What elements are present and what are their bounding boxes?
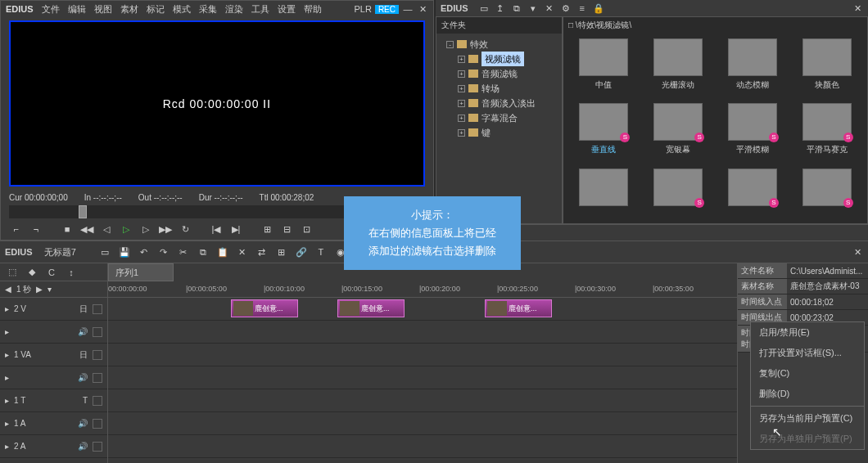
track-type-icon[interactable]: 🔊 (78, 419, 88, 428)
menu-capture[interactable]: 采集 (199, 3, 217, 16)
sequence-tab[interactable]: 序列1 (108, 263, 174, 281)
tree-item[interactable]: +音频淡入淡出 (440, 96, 558, 110)
track-expand-icon[interactable]: ▸ (5, 396, 9, 405)
scale-left-icon[interactable]: ◀ (5, 285, 11, 294)
tree-item[interactable]: +视频滤镜 (440, 52, 558, 66)
c-icon[interactable]: C (44, 265, 59, 280)
title-icon[interactable]: T (314, 245, 328, 259)
lock-icon[interactable]: 🔒 (593, 2, 604, 14)
menu-help[interactable]: 帮助 (304, 3, 322, 16)
expander-icon[interactable]: + (458, 115, 465, 122)
expand-icon[interactable]: ↕ (64, 265, 79, 280)
track-type-icon[interactable]: 🔊 (78, 442, 88, 451)
play-button[interactable]: ▷ (119, 222, 133, 236)
overwrite-button[interactable]: ⊟ (279, 222, 294, 236)
track-header[interactable]: ▸1 A🔊 (0, 412, 107, 435)
group-icon[interactable]: ⊞ (274, 245, 289, 259)
scale-menu-icon[interactable]: ▾ (47, 285, 52, 294)
track-expand-icon[interactable]: ▸ (5, 350, 9, 359)
track-row[interactable] (108, 458, 737, 463)
effect-item[interactable]: S平滑模糊 (717, 103, 789, 164)
goto-out-icon[interactable]: ▶| (228, 222, 243, 236)
tree-item[interactable]: +转场 (440, 81, 558, 96)
ripple-icon[interactable]: ⇄ (255, 245, 269, 259)
project-tab[interactable]: 无标题7 (44, 246, 76, 258)
expander-icon[interactable]: + (458, 70, 465, 78)
effect-item[interactable]: 中值 (568, 38, 640, 100)
mark-in-icon[interactable]: ⌐ (9, 222, 24, 236)
menu-mark[interactable]: 标记 (147, 3, 165, 16)
timeline-clip[interactable]: 鹿创意... (337, 299, 405, 317)
paste-icon[interactable]: 📋 (215, 245, 230, 259)
track-type-icon[interactable]: T (83, 396, 88, 405)
menu-file[interactable]: 文件 (42, 3, 60, 16)
effect-item[interactable]: S (717, 169, 789, 218)
track-expand-icon[interactable]: ▸ (5, 327, 9, 336)
track-row[interactable] (108, 389, 737, 412)
track-header[interactable]: ▸🔊 (0, 366, 107, 389)
context-menu-item[interactable]: 启用/禁用(E) (751, 322, 864, 343)
menu-clip[interactable]: 素材 (120, 3, 138, 16)
track-header[interactable]: ▸1 VA日 (0, 344, 107, 366)
mark-out-icon[interactable]: ¬ (29, 222, 43, 236)
snap-icon[interactable]: ⬚ (5, 265, 20, 280)
timeline-ruler[interactable]: 00:00:00:00|00:00:05:00|00:00:10:00|00:0… (108, 281, 737, 298)
track-row[interactable] (108, 366, 737, 389)
expander-icon[interactable]: + (458, 100, 465, 107)
track-header[interactable]: ▸2 V日 (0, 298, 107, 321)
track-type-icon[interactable]: 🔊 (78, 327, 88, 336)
track-row[interactable] (108, 412, 737, 435)
goto-in-icon[interactable]: |◀ (209, 222, 224, 236)
expander-icon[interactable]: + (458, 85, 465, 92)
insert-button[interactable]: ⊞ (260, 222, 274, 236)
chevron-down-icon[interactable]: ▾ (527, 2, 539, 14)
redo-icon[interactable]: ↷ (156, 245, 171, 259)
tree-item[interactable]: +键 (440, 125, 558, 140)
effect-item[interactable]: S垂直线 (568, 103, 640, 164)
context-menu-item[interactable]: 复制(C) (751, 363, 864, 384)
track-row[interactable]: 鹿创意...鹿创意...鹿创意... (108, 298, 737, 321)
effect-item[interactable]: S平滑马赛克 (791, 103, 862, 164)
preview-viewport[interactable]: Rcd 00:00:00:00 ⅠⅠ (9, 20, 425, 187)
tree-root[interactable]: - 特效 (440, 37, 558, 52)
prev-frame-button[interactable]: ◁ (99, 222, 114, 236)
effect-item[interactable]: S (643, 169, 714, 218)
menu-mode[interactable]: 模式 (173, 3, 191, 16)
cut-icon[interactable]: ✂ (176, 245, 191, 259)
copy-icon[interactable]: ⧉ (196, 245, 210, 259)
scrubber-thumb[interactable] (79, 205, 87, 218)
rewind-button[interactable]: ◀◀ (79, 222, 94, 236)
save-icon[interactable]: 💾 (117, 245, 132, 259)
timeline-clip[interactable]: 鹿创意... (231, 299, 298, 317)
menu-render[interactable]: 渲染 (225, 3, 243, 16)
undo-icon[interactable]: ↶ (137, 245, 151, 259)
track-header[interactable]: ▸3 A🔊 (0, 458, 107, 463)
menu-settings[interactable]: 设置 (278, 3, 296, 16)
minimize-button[interactable]: — (402, 3, 414, 15)
track-expand-icon[interactable]: ▸ (5, 442, 9, 451)
menu-edit[interactable]: 编辑 (68, 3, 86, 16)
track-row[interactable] (108, 321, 737, 344)
track-toggle[interactable] (93, 442, 102, 452)
track-expand-icon[interactable]: ▸ (5, 373, 9, 382)
stop-button[interactable]: ■ (60, 222, 75, 236)
track-toggle[interactable] (93, 396, 102, 406)
track-type-icon[interactable]: 🔊 (78, 373, 88, 382)
next-frame-button[interactable]: ▷ (138, 222, 153, 236)
effect-item[interactable]: 块颜色 (791, 38, 862, 100)
track-toggle[interactable] (93, 419, 102, 429)
context-menu-item[interactable]: 另存为当前用户预置(C) (751, 408, 864, 429)
panel-close-button[interactable]: ✕ (852, 2, 863, 14)
timeline-body[interactable]: 序列1 00:00:00:00|00:00:05:00|00:00:10:00|… (108, 263, 737, 463)
expander-icon[interactable]: - (446, 41, 454, 48)
menu-view[interactable]: 视图 (94, 3, 112, 16)
delete-icon[interactable]: ✕ (235, 245, 250, 259)
close-button[interactable]: ✕ (417, 3, 428, 15)
effect-item[interactable] (568, 169, 640, 218)
menu-tools[interactable]: 工具 (251, 3, 269, 16)
new-icon[interactable]: ▭ (97, 245, 112, 259)
expander-icon[interactable]: + (458, 129, 465, 137)
context-menu-item[interactable]: 删除(D) (751, 384, 864, 404)
forward-button[interactable]: ▶▶ (158, 222, 173, 236)
tree-item[interactable]: +字幕混合 (440, 110, 558, 125)
